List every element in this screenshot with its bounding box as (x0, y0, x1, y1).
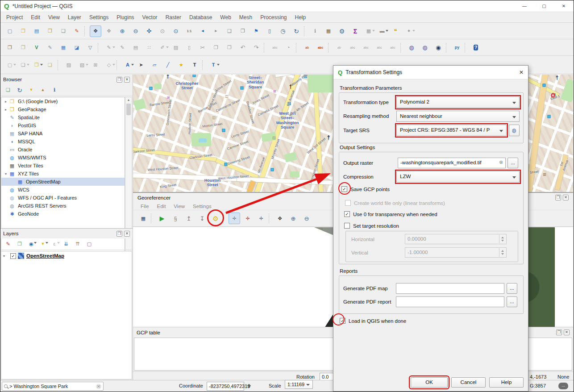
browser-item-postgis[interactable]: ◗ PostGIS (1, 121, 125, 129)
browser-float-icon[interactable]: ❐ (116, 77, 122, 83)
browser-item-wms[interactable]: ◍ WMS/WMTS (1, 154, 125, 162)
select-by-form-icon[interactable]: ❐ (31, 59, 42, 71)
start-georeferencing-icon[interactable]: ▶ (156, 213, 168, 224)
statistical-summary-icon[interactable]: ▦ (323, 25, 334, 37)
georeferencer-close-icon[interactable]: ✕ (563, 195, 569, 200)
save-layer-edits-icon[interactable]: ▤ (130, 42, 141, 54)
metasearch-new-icon[interactable]: ◍ (406, 42, 417, 54)
remove-layer-icon[interactable]: ▢ (84, 239, 94, 249)
maximize-button[interactable]: ▢ (534, 0, 554, 12)
search-input[interactable]: > Washington Square Park (9, 384, 68, 389)
georef-zoom-out-icon[interactable]: ⊖ (301, 213, 312, 224)
python-console-icon[interactable]: py (451, 42, 463, 54)
save-gcp-icon[interactable]: ↧ (196, 213, 208, 224)
scroll-up-icon[interactable]: ▲ (125, 97, 132, 103)
undo-icon[interactable]: ↶ (237, 42, 249, 54)
new-virtual-layer-icon[interactable]: ▽ (84, 42, 96, 54)
layer-diagram-icon[interactable]: ◔ (283, 42, 294, 54)
pdf-map-input[interactable] (396, 283, 504, 294)
metasearch-icon[interactable]: ◍ (419, 42, 431, 54)
refresh-map-icon[interactable]: ↻ (291, 25, 302, 37)
load-gcp-icon[interactable]: ↥ (183, 213, 195, 224)
save-project-icon[interactable]: ▤ (31, 25, 42, 37)
menu-item[interactable]: Layer (64, 14, 85, 21)
gcp-close-icon[interactable]: ✕ (564, 329, 570, 335)
close-button[interactable]: ✕ (554, 0, 574, 12)
layer-row-openstreetmap[interactable]: ▾ ✓ OpenStreetMap (1, 251, 132, 260)
change-label-icon[interactable]: abc (374, 42, 385, 54)
layers-close-icon[interactable]: ✕ (124, 231, 130, 237)
copy-features-icon[interactable]: ❐ (210, 42, 222, 54)
add-text-annotation-icon[interactable]: T (189, 59, 200, 71)
clear-field-icon[interactable]: ⊗ (499, 159, 503, 165)
select-by-location-icon[interactable]: ❑ (44, 59, 56, 71)
new-map-view-icon[interactable]: ❑ (224, 25, 235, 37)
redo-icon[interactable]: ↷ (250, 42, 262, 54)
mesh-tools-icon[interactable]: ◇ (103, 59, 115, 71)
add-line-annotation-icon[interactable]: ╱ (162, 59, 174, 71)
target-srs-combobox[interactable]: Project CRS: EPSG:3857 - WGS 84 / P (396, 125, 507, 136)
pan-to-selection-icon[interactable]: ✥ (103, 25, 115, 37)
locator-search[interactable]: > Washington Square Park ✕ (2, 382, 104, 391)
layer-visibility-checkbox[interactable]: ✓ (10, 253, 16, 259)
change-label-properties-icon[interactable]: abc (387, 42, 399, 54)
pdf-report-input[interactable] (396, 296, 504, 307)
browse-pdf-report-button[interactable]: ... (507, 296, 517, 307)
browser-item-wcs[interactable]: ◍ WCS (1, 186, 125, 194)
zoom-full-icon[interactable]: ✜ (143, 25, 155, 37)
browser-filter-icon[interactable]: ▼ (26, 85, 36, 95)
form-annotation-icon[interactable]: T (208, 59, 219, 71)
rotate-label-icon[interactable]: abc (360, 42, 372, 54)
browser-item-mssql[interactable]: ◖ MSSQL (1, 138, 125, 146)
manage-themes-icon[interactable]: ◉ (26, 239, 36, 249)
extent-lock-icon[interactable]: ❖ (247, 383, 251, 389)
target-resolution-checkbox[interactable]: Set target resolution (344, 223, 399, 229)
annotation-toolbar-icon[interactable]: A (122, 59, 133, 71)
show-hide-labels-icon[interactable]: ab (333, 42, 345, 54)
new-gpx-layer-icon[interactable]: ◪ (71, 42, 83, 54)
browser-item-arcgis[interactable]: ◍ ArcGIS REST Servers (1, 202, 125, 210)
add-polygon-annotation-icon[interactable]: ▱ (149, 59, 160, 71)
delete-gcp-point-icon[interactable]: ✛ (242, 213, 254, 224)
show-statistics-icon[interactable]: Σ (349, 25, 361, 37)
open-raster-icon[interactable]: ▦ (137, 213, 149, 224)
zoom-in-icon[interactable]: ⊕ (116, 25, 128, 37)
digitize-icon[interactable]: ∷ (143, 42, 155, 54)
browser-item-spatialite[interactable]: ✎ SpatiaLite (1, 113, 125, 121)
menu-item[interactable]: Processing (256, 14, 291, 21)
metasearch-catalog-icon[interactable]: ◉ (433, 42, 444, 54)
move-label-icon[interactable]: abc (347, 42, 358, 54)
transformation-settings-icon[interactable]: ⚙ (210, 213, 221, 224)
temporal-controller-icon[interactable]: ◷ (277, 25, 289, 37)
browser-item-geopackage[interactable]: ▸ ❒ GeoPackage (1, 105, 125, 113)
expand-all-icon[interactable]: ⇊ (61, 239, 71, 249)
processing-toolbox-icon[interactable]: ⚙ (336, 25, 348, 37)
identify-features-icon[interactable]: ℹ (309, 25, 321, 37)
pan-map-icon[interactable]: ✥ (90, 25, 101, 37)
zoom-to-layer-icon[interactable]: ⊙ (170, 25, 182, 37)
toggle-editing-icon[interactable]: ✎ (116, 42, 128, 54)
paste-features-icon[interactable]: ❒ (224, 42, 235, 54)
data-source-manager-icon[interactable]: ❐ (4, 42, 16, 54)
menu-item[interactable]: View (44, 14, 64, 21)
zoom-to-selection-icon[interactable]: ⊙ (157, 25, 168, 37)
browse-pdf-map-button[interactable]: ... (507, 283, 517, 294)
new-print-layout-icon[interactable]: ❒ (44, 25, 56, 37)
menu-item[interactable]: Database (185, 14, 216, 21)
menu-item[interactable]: Project (2, 14, 27, 21)
ok-button[interactable]: OK (411, 377, 448, 388)
layers-float-icon[interactable]: ❐ (116, 231, 122, 237)
new-mesh-layer-icon[interactable]: ▦ (58, 42, 69, 54)
transparency-checkbox[interactable]: ✓ Use 0 for transparency when needed (344, 211, 437, 217)
browser-item-geonode[interactable]: ✱ GeoNode (1, 210, 125, 218)
cut-features-icon[interactable]: ✂ (197, 42, 208, 54)
add-marker-annotation-icon[interactable]: ★ (175, 59, 187, 71)
georef-pan-icon[interactable]: ✥ (274, 213, 286, 224)
zoom-native-icon[interactable]: 1:1 (183, 25, 195, 37)
expander-icon[interactable]: ▾ (3, 254, 8, 258)
dialog-close-icon[interactable]: ✕ (519, 69, 524, 75)
menu-item[interactable]: Edit (27, 14, 44, 21)
move-gcp-point-icon[interactable]: ✛ (255, 213, 267, 224)
gcp-float-icon[interactable]: ❐ (556, 329, 562, 335)
save-gcp-checkbox[interactable]: ✓ Save GCP points (341, 186, 390, 192)
